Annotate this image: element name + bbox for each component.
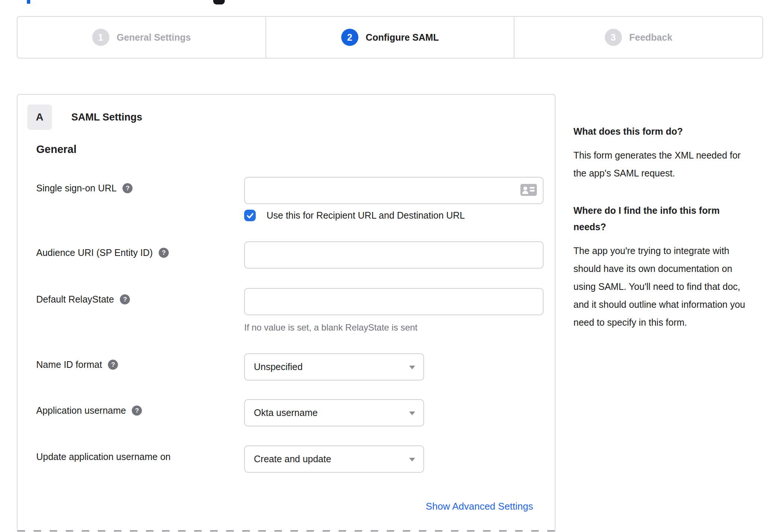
chevron-down-icon — [409, 366, 415, 369]
recipient-url-checkbox-label: Use this for Recipient URL and Destinati… — [267, 210, 465, 221]
sso-url-label: Single sign-on URL — [36, 183, 116, 194]
name-id-format-label: Name ID format — [36, 359, 102, 370]
field-row-audience-uri: Audience URI (SP Entity ID) ? — [36, 241, 541, 269]
step-label: Feedback — [629, 32, 672, 43]
cropped-app-logo-fragment — [213, 0, 225, 4]
saml-settings-panel: A SAML Settings General Single sign-on U… — [17, 94, 556, 532]
recipient-url-checkbox[interactable] — [244, 210, 256, 221]
saml-wizard-page: 1 General Settings 2 Configure SAML 3 Fe… — [0, 0, 781, 532]
field-row-application-username: Application username ? Okta username — [36, 399, 541, 426]
sidebar-section-what: What does this form do? This form genera… — [573, 123, 755, 182]
update-app-username-select[interactable]: Create and update — [244, 445, 424, 473]
field-row-sso-url: Single sign-on URL ? — [36, 177, 541, 221]
field-row-name-id-format: Name ID format ? Unspecified — [36, 353, 541, 381]
help-icon[interactable]: ? — [120, 294, 130, 304]
sidebar-heading: Where do I find the info this form needs… — [573, 202, 755, 235]
field-row-update-app-username: Update application username on Create an… — [36, 445, 541, 473]
help-icon[interactable]: ? — [159, 248, 169, 258]
panel-header: A SAML Settings — [27, 104, 142, 130]
general-group-heading: General — [36, 143, 77, 156]
relaystate-hint-text: If no value is set, a blank RelayState i… — [244, 322, 544, 333]
default-relaystate-label: Default RelayState — [36, 294, 114, 305]
field-row-default-relaystate: Default RelayState ? If no value is set,… — [36, 288, 541, 333]
update-app-username-label: Update application username on — [36, 451, 171, 462]
application-username-label: Application username — [36, 405, 126, 416]
section-title: SAML Settings — [71, 112, 142, 123]
checkmark-icon — [246, 211, 255, 220]
sidebar-section-where: Where do I find the info this form needs… — [573, 202, 755, 331]
step-label: Configure SAML — [366, 32, 439, 43]
show-advanced-settings-link[interactable]: Show Advanced Settings — [426, 501, 533, 512]
chevron-down-icon — [409, 411, 415, 415]
step-number-badge: 3 — [605, 29, 622, 46]
help-icon[interactable]: ? — [122, 183, 133, 193]
application-username-select[interactable]: Okta username — [244, 399, 424, 426]
update-app-username-value: Create and update — [254, 454, 331, 464]
default-relaystate-input[interactable] — [244, 288, 544, 315]
step-number-badge: 2 — [341, 29, 358, 46]
help-icon[interactable]: ? — [108, 360, 118, 370]
help-icon[interactable]: ? — [132, 406, 142, 416]
sso-url-input[interactable] — [244, 177, 544, 204]
sidebar-body-text: This form generates the XML needed for t… — [573, 146, 755, 182]
section-letter-badge: A — [27, 104, 52, 130]
step-feedback[interactable]: 3 Feedback — [514, 17, 762, 58]
name-id-format-select[interactable]: Unspecified — [244, 353, 424, 381]
section-dashed-divider — [18, 530, 555, 532]
step-label: General Settings — [117, 32, 191, 43]
step-number-badge: 1 — [92, 29, 109, 46]
sidebar-heading: What does this form do? — [573, 123, 755, 140]
step-configure-saml[interactable]: 2 Configure SAML — [265, 17, 514, 58]
cropped-blue-fragment — [27, 0, 30, 4]
audience-uri-input[interactable] — [244, 241, 544, 269]
sidebar-body-text: The app you're trying to integrate with … — [573, 242, 755, 331]
name-id-format-value: Unspecified — [254, 362, 303, 372]
help-sidebar: What does this form do? This form genera… — [573, 123, 755, 331]
chevron-down-icon — [409, 458, 415, 461]
step-general-settings[interactable]: 1 General Settings — [18, 17, 265, 58]
application-username-value: Okta username — [254, 407, 318, 418]
audience-uri-label: Audience URI (SP Entity ID) — [36, 247, 153, 258]
wizard-step-bar: 1 General Settings 2 Configure SAML 3 Fe… — [17, 16, 763, 59]
advanced-settings-row: Show Advanced Settings — [426, 501, 533, 512]
